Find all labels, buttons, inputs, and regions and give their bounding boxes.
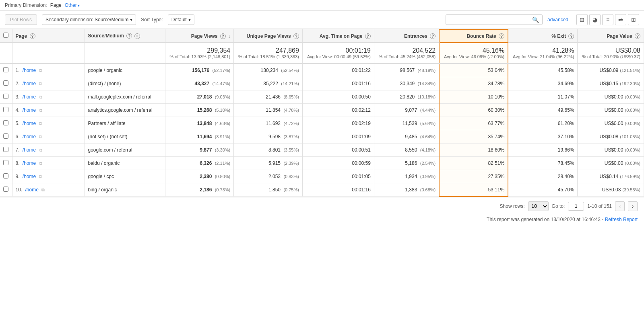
row-checkbox[interactable] — [3, 187, 8, 192]
row-checkbox[interactable] — [3, 80, 8, 86]
page-link[interactable]: /home — [23, 121, 36, 126]
row-checkbox-cell[interactable] — [0, 183, 12, 197]
pv-help-icon[interactable]: ? — [220, 33, 226, 39]
pval-help-icon[interactable]: ? — [635, 33, 640, 39]
copy-icon[interactable]: ⧉ — [41, 187, 45, 192]
row-checkbox[interactable] — [3, 107, 8, 112]
row-ent-pct: (48.19%) — [418, 68, 436, 73]
show-rows-select[interactable]: 10 25 50 100 — [528, 201, 549, 211]
row-number: 6. — [16, 134, 20, 139]
pivot-view-icon[interactable]: ⊞ — [628, 14, 639, 25]
copy-icon[interactable]: ⧉ — [39, 121, 42, 126]
select-all-checkbox[interactable] — [3, 33, 8, 38]
show-rows-label: Show rows: — [500, 203, 525, 209]
row-page-value: US$0.08(101.05%) — [578, 130, 644, 144]
row-pct-exit: 49.65% — [508, 104, 578, 117]
row-ent-pct: (5.64%) — [420, 121, 436, 126]
sort-type-dropdown[interactable]: Default ▾ — [168, 14, 194, 25]
copy-icon[interactable]: ⧉ — [39, 148, 42, 152]
row-checkbox[interactable] — [3, 147, 8, 152]
page-link[interactable]: /home — [23, 147, 36, 153]
br-help-icon[interactable]: ? — [499, 33, 504, 39]
row-pv: 9,877 (3.30%) — [165, 144, 234, 157]
refresh-report-link[interactable]: Refresh Report — [605, 217, 638, 222]
row-checkbox-cell[interactable] — [0, 90, 12, 104]
row-page-value: US$0.00(0.00%) — [578, 104, 644, 117]
entrances-col-label: Entrances — [404, 33, 427, 39]
source-col-header: Source/Medium ? ○ — [85, 29, 165, 43]
copy-icon[interactable]: ⧉ — [39, 134, 42, 139]
pe-help-icon[interactable]: ? — [568, 33, 574, 39]
copy-icon[interactable]: ⧉ — [39, 68, 42, 73]
summary-bounce-rate: 45.16% Avg for View: 46.09% (-2.00%) — [439, 43, 508, 64]
list-view-icon[interactable]: ≡ — [602, 14, 613, 25]
copy-icon[interactable]: ⧉ — [39, 174, 42, 179]
search-icon[interactable]: 🔍 — [532, 16, 539, 23]
row-checkbox-cell[interactable] — [0, 130, 12, 144]
next-page-button[interactable]: › — [628, 201, 638, 211]
grid-view-icon[interactable]: ⊞ — [576, 14, 588, 25]
row-checkbox-cell[interactable] — [0, 64, 12, 77]
row-ent-pct: (0.95%) — [420, 174, 436, 179]
table-row: 7. /home ⧉ google.com / referral 9,877 (… — [0, 144, 644, 157]
advanced-link[interactable]: advanced — [547, 17, 568, 23]
page-link[interactable]: /home — [25, 187, 39, 193]
at-help-icon[interactable]: ? — [365, 33, 371, 39]
table-row: 8. /home ⧉ baidu / organic 6,326 (2.11%)… — [0, 157, 644, 170]
copy-icon[interactable]: ⧉ — [39, 161, 42, 166]
row-checkbox[interactable] — [3, 160, 8, 165]
page-link[interactable]: /home — [23, 107, 36, 113]
page-link[interactable]: /home — [23, 94, 36, 100]
page-link[interactable]: /home — [23, 160, 36, 166]
source-filter-icon[interactable]: ○ — [134, 33, 140, 39]
row-checkbox-cell[interactable] — [0, 157, 12, 170]
data-table: Page ? Source/Medium ? ○ Page Views ? ↓ … — [0, 29, 644, 197]
row-avg-time: 00:00:51 — [302, 144, 374, 157]
row-page-value: US$0.14(176.59%) — [578, 170, 644, 183]
page-link[interactable]: /home — [23, 68, 36, 73]
secondary-dim-dropdown[interactable]: Secondary dimension: Source/Medium ▾ — [42, 14, 136, 25]
row-ent-pct: (14.84%) — [418, 81, 436, 86]
copy-icon[interactable]: ⧉ — [39, 81, 42, 86]
row-bounce-rate: 82.51% — [439, 157, 508, 170]
row-checkbox[interactable] — [3, 67, 8, 72]
row-pct-exit: 19.66% — [508, 144, 578, 157]
ent-help-icon[interactable]: ? — [430, 33, 436, 39]
row-entrances: 9,485 (4.64%) — [374, 130, 439, 144]
row-checkbox[interactable] — [3, 133, 8, 139]
copy-icon[interactable]: ⧉ — [39, 94, 42, 99]
prev-page-button[interactable]: ‹ — [615, 201, 625, 211]
goto-input[interactable] — [568, 202, 584, 211]
row-page: 7. /home ⧉ — [12, 144, 85, 157]
source-help-icon[interactable]: ? — [126, 33, 132, 39]
upv-help-icon[interactable]: ? — [293, 33, 299, 39]
page-link[interactable]: /home — [23, 134, 36, 139]
row-checkbox-cell[interactable] — [0, 104, 12, 117]
row-checkbox[interactable] — [3, 94, 8, 99]
row-source: bing / organic — [85, 183, 165, 197]
compare-view-icon[interactable]: ⇌ — [615, 14, 626, 25]
page-link[interactable]: /home — [23, 81, 36, 86]
plot-rows-button[interactable]: Plot Rows — [5, 14, 37, 25]
other-dim-link[interactable]: Other ▾ — [65, 2, 80, 8]
summary-pv: 299,354 % of Total: 13.93% (2,148,801) — [165, 43, 234, 64]
search-input[interactable] — [449, 17, 530, 23]
row-checkbox-cell[interactable] — [0, 170, 12, 183]
page-dim-link[interactable]: Page — [50, 2, 62, 8]
copy-icon[interactable]: ⧉ — [39, 108, 42, 113]
row-checkbox[interactable] — [3, 173, 8, 178]
row-upv-pct: (14.21%) — [281, 81, 299, 86]
row-source: mall.googleplex.com / referral — [85, 90, 165, 104]
pie-view-icon[interactable]: ◕ — [589, 14, 601, 25]
row-checkbox-cell[interactable] — [0, 77, 12, 90]
row-pv-pct: (4.63%) — [215, 121, 231, 126]
row-page: 6. /home ⧉ — [12, 130, 85, 144]
page-link[interactable]: /home — [23, 174, 36, 179]
pv-sort-icon[interactable]: ↓ — [228, 33, 230, 39]
page-help-icon[interactable]: ? — [30, 33, 35, 39]
row-pv: 43,327 (14.47%) — [165, 77, 234, 90]
row-checkbox-cell[interactable] — [0, 117, 12, 130]
row-checkbox-cell[interactable] — [0, 144, 12, 157]
row-entrances: 1,934 (0.95%) — [374, 170, 439, 183]
row-checkbox[interactable] — [3, 120, 8, 125]
